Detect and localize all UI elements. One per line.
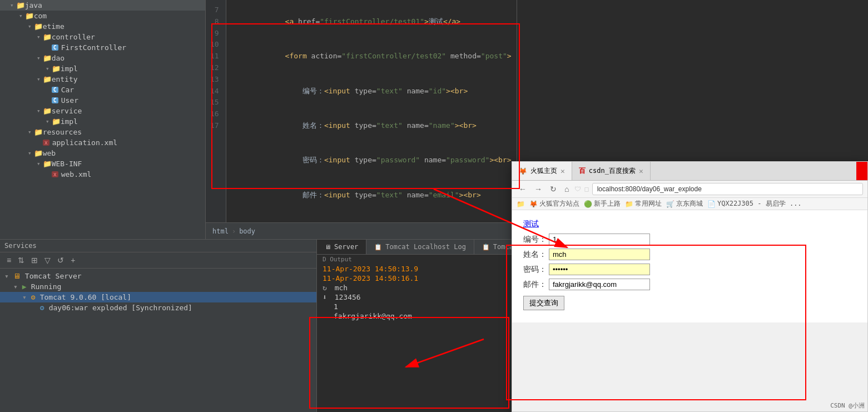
line-numbers: 7 8 9 10 11 12 13 14 15 16 17 — [206, 0, 226, 239]
expand-arrow-running: ▾ — [13, 282, 18, 291]
bookmark-common[interactable]: 📁 常用网址 — [625, 199, 662, 209]
tab-tomcat-log-icon: 📋 — [374, 244, 382, 251]
bookmarks-bar: 📁 🦊 火狐官方站点 🟢 新手上路 📁 常用网址 🛒 京东商城 📄 YQX22J… — [512, 198, 867, 210]
password-input[interactable] — [549, 264, 650, 275]
url-bar[interactable] — [592, 183, 863, 195]
bookmark-jd-icon: 🛒 — [666, 200, 674, 208]
tree-item-appxml[interactable]: ▾ x application.xml — [0, 137, 205, 148]
breadcrumb-sep: › — [232, 227, 236, 235]
submit-btn[interactable]: 提交查询 — [523, 296, 564, 310]
code-line-7: <a href="firstController/test01">测试</a> — [233, 4, 510, 39]
forward-btn[interactable]: → — [532, 183, 544, 195]
services-war[interactable]: ▾ ⚙ day06:war exploded [Synchronized] — [0, 302, 316, 313]
firefox-tab-close[interactable]: ✕ — [561, 167, 565, 175]
folder-icon-resources: 📁 — [34, 128, 43, 136]
file-tree-sidebar: ▾ 📁 java ▾ 📁 com ▾ 📁 etime ▾ 📁 controlle… — [0, 0, 206, 239]
filter-btn[interactable]: ▽ — [42, 255, 53, 266]
output-panel: 🖥 Server 📋 Tomcat Localhost Log 📋 Tomca … — [317, 239, 523, 412]
tree-item-service-impl[interactable]: ▾ 📁 impl — [0, 116, 205, 127]
form-row-id: 编号： — [523, 234, 856, 245]
code-line-12: 邮件：<input type="text" name="email"><br> — [233, 178, 510, 212]
test-link[interactable]: 测试 — [523, 219, 856, 229]
id-label: 编号： — [523, 235, 547, 245]
services-tree: ▾ 🖥 Tomcat Server ▾ ▶ Running ▾ ⚙ Tomcat… — [0, 269, 316, 315]
services-tomcat[interactable]: ▾ ⚙ Tomcat 9.0.60 [local] — [0, 292, 316, 302]
tree-item-etime[interactable]: ▾ 📁 etime — [0, 21, 205, 32]
services-root[interactable]: ▾ 🖥 Tomcat Server — [0, 271, 316, 281]
expand-arrow-entity: ▾ — [37, 76, 41, 83]
form-row-submit: 提交查询 — [523, 294, 856, 310]
tab-tomca-icon: 📋 — [482, 244, 490, 251]
browser-tab-csdn[interactable]: 百 csdn_百度搜索 ✕ — [572, 162, 651, 180]
bookmark-newbie-icon: 🟢 — [584, 200, 592, 208]
tree-item-java[interactable]: ▾ 📁 java — [0, 0, 205, 11]
folder-icon-etime: 📁 — [34, 22, 43, 31]
tree-item-user[interactable]: ▾ C User — [0, 95, 205, 106]
tree-item-web[interactable]: ▾ 📁 web — [0, 148, 205, 158]
form-row-email: 邮件： — [523, 279, 856, 290]
lock-icon: □ — [584, 185, 588, 193]
breadcrumb-body[interactable]: body — [239, 227, 255, 235]
breadcrumb: html › body — [206, 222, 517, 239]
code-line-8: <form action="firstController/test02" me… — [233, 39, 510, 73]
tree-item-dao-impl[interactable]: ▾ 📁 impl — [0, 63, 205, 74]
tree-item-com[interactable]: ▾ 📁 com — [0, 11, 205, 21]
tree-item-webxml[interactable]: ▾ x web.xml — [0, 169, 205, 180]
browser-close-btn[interactable] — [856, 162, 867, 180]
expand-arrow-java: ▾ — [10, 2, 14, 9]
bookmark-firefox[interactable]: 🦊 火狐官方站点 — [529, 199, 579, 209]
tree-item-webinf[interactable]: ▾ 📁 WEB-INF — [0, 158, 205, 169]
tab-tomcat-log[interactable]: 📋 Tomcat Localhost Log — [366, 240, 474, 254]
email-input[interactable] — [549, 279, 650, 290]
tab-server[interactable]: 🖥 Server — [317, 240, 366, 254]
browser-tabs: 🦊 火狐主页 ✕ 百 csdn_百度搜索 ✕ — [512, 162, 867, 181]
email-label: 邮件： — [523, 280, 547, 290]
shield-icon: 🛡 — [574, 185, 581, 193]
refresh-btn[interactable]: ↺ — [55, 255, 66, 266]
tree-item-firstcontroller[interactable]: ▾ C FirstController — [0, 42, 205, 53]
tree-label-resources: resources — [43, 128, 82, 136]
tree-label-web: web — [43, 149, 56, 157]
back-btn[interactable]: ← — [517, 183, 529, 195]
form-row-password: 密码： — [523, 264, 856, 275]
class-icon-user: C — [52, 97, 58, 103]
bookmark-yqx[interactable]: 📄 YQX22J305 - 易启学 ... — [707, 199, 802, 209]
expand-arrow-service: ▾ — [37, 107, 41, 115]
tree-label-dao-impl: impl — [61, 64, 78, 73]
code-content[interactable]: <a href="firstController/test01">测试</a> … — [226, 0, 517, 239]
bookmark-jd[interactable]: 🛒 京东商城 — [666, 199, 703, 209]
sort-btn[interactable]: ⇅ — [16, 255, 27, 266]
tree-item-resources[interactable]: ▾ 📁 resources — [0, 127, 205, 137]
expand-arrow-dao: ▾ — [37, 54, 41, 62]
tree-item-dao[interactable]: ▾ 📁 dao — [0, 53, 205, 63]
folder-icon-com: 📁 — [25, 12, 34, 20]
id-input[interactable] — [549, 234, 650, 245]
folder-icon-webinf: 📁 — [43, 160, 52, 168]
firefox-tab-label: 火狐主页 — [530, 166, 557, 176]
csdn-tab-close[interactable]: ✕ — [639, 167, 643, 175]
home-btn[interactable]: ⌂ — [562, 183, 571, 195]
output-line-123456: ⬇ 123456 — [317, 292, 522, 302]
tree-label-controller: controller — [52, 33, 95, 41]
tree-item-car[interactable]: ▾ C Car — [0, 85, 205, 95]
refresh-btn[interactable]: ↻ — [548, 183, 559, 195]
bookmark-newbie[interactable]: 🟢 新手上路 — [584, 199, 621, 209]
name-input[interactable] — [549, 249, 650, 260]
collapse-all-btn[interactable]: ≡ — [4, 255, 13, 266]
group-btn[interactable]: ⊞ — [29, 255, 40, 266]
output-label: D Output — [317, 255, 522, 264]
code-editor[interactable]: 7 8 9 10 11 12 13 14 15 16 17 <a href="f… — [206, 0, 517, 239]
csdn-watermark: CSDN @小洲 — [830, 401, 865, 410]
expand-arrow-controller: ▾ — [37, 33, 41, 41]
tree-item-service[interactable]: ▾ 📁 service — [0, 106, 205, 116]
tree-item-controller[interactable]: ▾ 📁 controller — [0, 32, 205, 42]
expand-arrow-etime: ▾ — [28, 23, 32, 30]
output-line-1: 1 — [317, 302, 522, 311]
add-btn[interactable]: + — [68, 255, 77, 266]
services-running[interactable]: ▾ ▶ Running — [0, 281, 316, 292]
services-header: Services — [0, 240, 316, 252]
browser-content: 测试 编号： 姓名： 密码： 邮件： 提交查询 — [512, 210, 867, 322]
tree-item-entity[interactable]: ▾ 📁 entity — [0, 74, 205, 85]
browser-tab-firefox[interactable]: 🦊 火狐主页 ✕ — [512, 162, 572, 180]
breadcrumb-html[interactable]: html — [212, 227, 229, 235]
